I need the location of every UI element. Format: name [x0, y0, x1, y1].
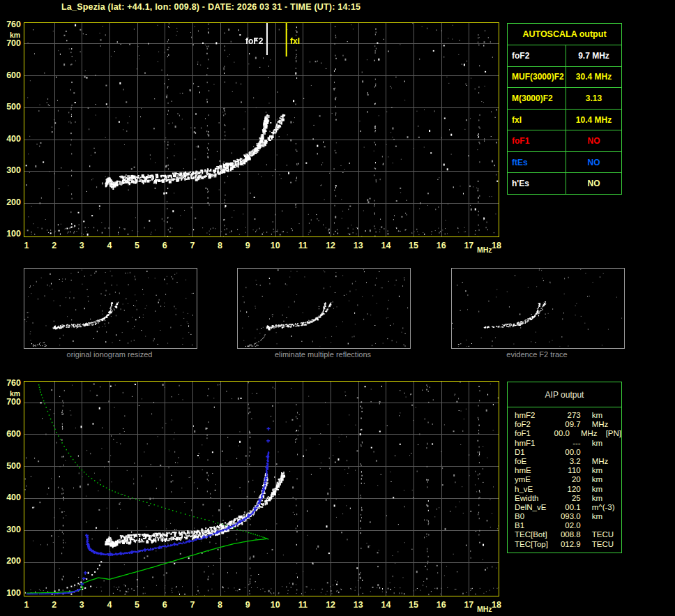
y-tick-label: 300 [0, 525, 21, 534]
autoscala-table-rows: foF29.7 MHzMUF(3000)F230.4 MHzM(3000)F23… [508, 45, 621, 194]
aip-row: TEC[Bot]008.8TECU [508, 530, 621, 539]
thumbnail-caption-eliminate: eliminate multiple reflections [246, 350, 400, 359]
autoscala-row-value: NO [566, 130, 621, 151]
x-tick-label: 5 [128, 600, 146, 610]
x-tick-label: 9 [238, 600, 257, 610]
x-tick-label: 12 [321, 600, 340, 610]
aip-row: hmE110km [508, 466, 621, 475]
aip-row-value: 273 [554, 411, 581, 420]
autoscala-row-value: 10.4 MHz [566, 110, 621, 130]
aip-row-label: foF2 [515, 420, 554, 429]
aip-row-label: TEC[Bot] [515, 530, 554, 539]
aip-row-unit: km [592, 475, 620, 484]
x-tick-label: 17 [460, 241, 478, 250]
aip-row-label: hmF2 [515, 411, 554, 420]
autoscala-row: ftEsNO [508, 151, 621, 173]
autoscala-row-label: foF2 [508, 45, 566, 66]
autoscala-table-header: AUTOSCALA output [508, 24, 621, 45]
autoscala-row: foF29.7 MHz [508, 45, 621, 66]
autoscala-row-label: fxI [508, 110, 566, 130]
aip-row: foF209.7MHz [508, 420, 621, 429]
autoscala-row-value: 3.13 [566, 88, 621, 109]
aip-table-rows: hmF2273kmfoF209.7MHzfoF100.0MHz[PN]hmF1-… [508, 407, 621, 549]
x-tick-label: 16 [432, 600, 450, 610]
y-tick-label: 200 [0, 197, 21, 207]
autoscala-row-label: MUF(3000)F2 [508, 67, 566, 88]
aip-table-header: AIP output [508, 382, 621, 407]
aip-row: hmF2273km [508, 411, 621, 420]
x-tick-label: 8 [211, 600, 229, 610]
aip-row-label: hmE [515, 466, 554, 475]
y-tick-label: 700 [0, 397, 21, 407]
page-title: La_Spezia (lat: +44.1, lon: 009.8) - DAT… [61, 2, 361, 12]
y-tick-label: 600 [0, 70, 21, 80]
aip-row-value: 093.0 [554, 512, 581, 521]
x-tick-label: 11 [294, 241, 312, 250]
autoscala-row-label: foF1 [508, 130, 566, 151]
thumbnail-eliminate-reflections [237, 268, 411, 349]
aip-row-unit: km [592, 411, 620, 420]
main-ionogram-canvas [24, 23, 499, 236]
y-tick-label: 200 [0, 556, 21, 566]
x-tick-label: 15 [404, 600, 423, 610]
y-tick-label: 500 [0, 102, 21, 112]
aip-row-unit: km [592, 439, 620, 448]
x-tick-label: 2 [45, 600, 63, 610]
main-ionogram-plot [24, 22, 499, 237]
autoscala-row-label: M(3000)F2 [508, 88, 566, 109]
x-tick-label: 12 [321, 241, 340, 250]
x-tick-label: 13 [349, 600, 367, 610]
x-tick-label: 14 [377, 241, 395, 250]
aip-row-unit: TECU [592, 530, 620, 539]
x-tick-label: 13 [349, 241, 367, 250]
aip-row-unit: MHz [581, 429, 605, 438]
y-tick-label: 300 [0, 165, 21, 175]
autoscala-row: h'EsNO [508, 172, 621, 194]
x-tick-label: 9 [238, 241, 257, 250]
x-tick-label: 1 [17, 241, 36, 250]
autoscala-output-table: AUTOSCALA output foF29.7 MHzMUF(3000)F23… [507, 23, 622, 195]
aip-row-label: TEC[Top] [515, 540, 554, 549]
aip-row-unit: TECU [592, 540, 620, 549]
aip-output-table: AIP output hmF2273kmfoF209.7MHzfoF100.0M… [507, 382, 622, 553]
y-tick-label: 100 [0, 229, 21, 239]
aip-row-value: 25 [554, 494, 581, 503]
x-tick-label: 5 [128, 241, 146, 250]
aip-row-label: ymE [515, 475, 554, 484]
y-axis-unit-label: km [10, 31, 20, 39]
thumbnail-eliminate-canvas [238, 269, 409, 347]
aip-row-unit: km [592, 494, 620, 503]
x-tick-label: 7 [183, 600, 202, 610]
aip-row-value: 120 [554, 485, 581, 494]
aip-row-unit: m^(-3) [592, 503, 620, 512]
aip-row-unit [592, 521, 620, 530]
aip-row-value: --- [554, 439, 581, 448]
aip-row-label: DelN_vE [515, 503, 554, 512]
autoscala-row-label: h'Es [508, 173, 566, 194]
autoscala-app-window: La_Spezia (lat: +44.1, lon: 009.8) - DAT… [0, 0, 675, 616]
autoscala-row: fxI10.4 MHz [508, 109, 621, 130]
x-tick-label: 10 [266, 241, 285, 250]
aip-row-label: foF1 [515, 429, 547, 438]
fxi-marker-label: fxI [290, 36, 300, 46]
x-tick-label: 4 [100, 241, 119, 250]
x-tick-label: 1 [17, 600, 36, 610]
aip-row-unit: km [592, 512, 620, 521]
aip-row: D100.0 [508, 448, 621, 457]
aip-row-value: 09.7 [554, 420, 581, 429]
aip-row: B0093.0km [508, 512, 621, 521]
aip-row-value: 110 [554, 466, 581, 475]
autoscala-row-value: 30.4 MHz [566, 67, 621, 88]
x-tick-label: 6 [156, 241, 174, 250]
aip-row-value: 3.2 [554, 457, 581, 466]
thumbnail-evidence-canvas [452, 269, 623, 347]
aip-row-label: Ewidth [515, 494, 554, 503]
thumbnail-caption-original: original ionogram resized [33, 350, 186, 359]
aip-row-unit: km [592, 466, 620, 475]
aip-row-label: foE [515, 457, 554, 466]
autoscala-row-value: 9.7 MHz [566, 45, 621, 66]
y-tick-label: 760 [0, 20, 21, 29]
fof2-marker-label: foF2 [245, 36, 263, 46]
autoscala-row: foF1NO [508, 130, 621, 151]
autoscala-row-label: ftEs [508, 152, 566, 173]
